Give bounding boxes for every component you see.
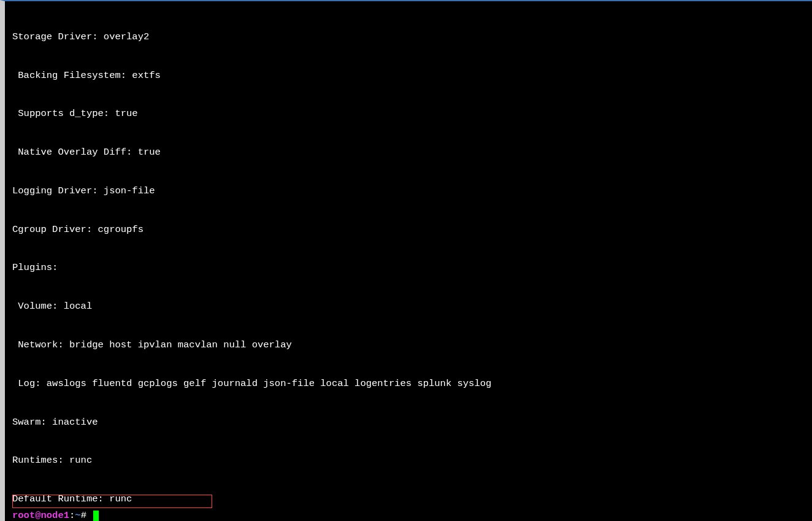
prompt-colon: : — [69, 510, 75, 521]
terminal-output[interactable]: Storage Driver: overlay2 Backing Filesys… — [5, 1, 812, 521]
prompt-hash: # — [81, 510, 93, 521]
highlight-box — [12, 495, 212, 508]
output-line: Supports d_type: true — [12, 107, 812, 120]
prompt-path: ~ — [75, 510, 80, 521]
prompt-user-host: root@node1 — [12, 510, 69, 521]
output-line: Swarm: inactive — [12, 416, 812, 429]
output-line: Backing Filesystem: extfs — [12, 69, 812, 82]
output-line: Native Overlay Diff: true — [12, 146, 812, 159]
output-line: Plugins: — [12, 261, 812, 274]
output-line: Volume: local — [12, 300, 812, 313]
output-line: Storage Driver: overlay2 — [12, 31, 812, 44]
output-line: Log: awslogs fluentd gcplogs gelf journa… — [12, 377, 812, 390]
output-line: Runtimes: runc — [12, 454, 812, 467]
cursor-icon — [93, 511, 99, 521]
output-line: Cgroup Driver: cgroupfs — [12, 223, 812, 236]
output-line: Logging Driver: json-file — [12, 185, 812, 198]
output-line: Network: bridge host ipvlan macvlan null… — [12, 339, 812, 352]
shell-prompt[interactable]: root@node1:~# — [12, 509, 99, 521]
